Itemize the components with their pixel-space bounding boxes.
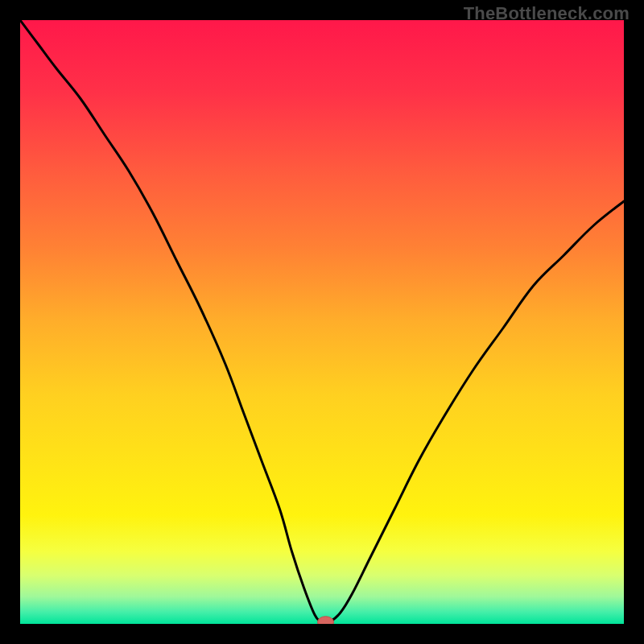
chart-canvas (20, 20, 624, 624)
gradient-background (20, 20, 624, 624)
plot-area (20, 20, 624, 624)
watermark-text: TheBottleneck.com (464, 3, 630, 24)
chart-frame: TheBottleneck.com (0, 0, 644, 644)
